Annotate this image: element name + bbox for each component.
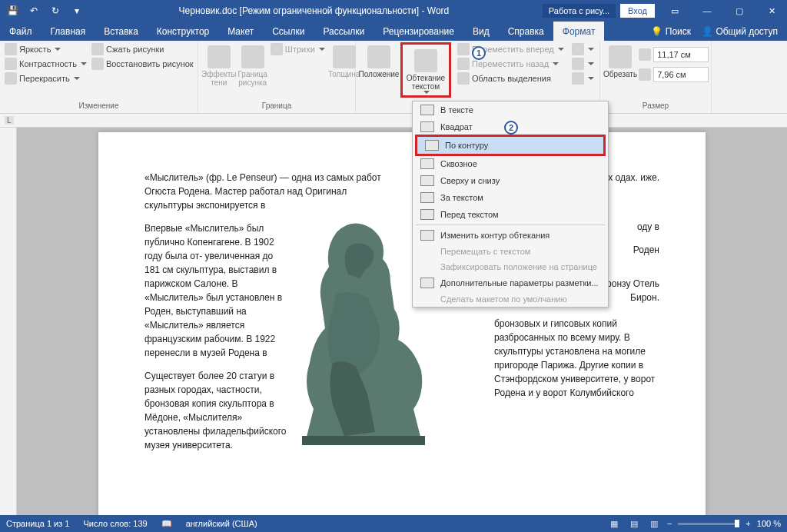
contrast-button[interactable]: Контрастность: [3, 57, 88, 71]
tab-review[interactable]: Рецензирование: [374, 22, 463, 41]
group-border-label: Граница: [201, 101, 352, 111]
quick-access-toolbar: 💾 ↶ ↻ ▾: [0, 2, 85, 19]
spellcheck-icon[interactable]: 📖: [161, 519, 172, 529]
more-options-icon: [420, 278, 434, 288]
tab-format[interactable]: Формат: [553, 22, 605, 41]
tab-insert[interactable]: Вставка: [95, 22, 148, 41]
workspace: «Мыслитель» (фр. Le Penseur) — одна из с…: [0, 128, 787, 515]
page-number[interactable]: Страница 1 из 1: [6, 519, 69, 528]
recolor-button[interactable]: Перекрасить: [3, 71, 88, 85]
wrap-front[interactable]: Перед текстом: [413, 206, 608, 223]
title-right: Работа с рису... Вход ▭ ― ▢ ✕: [543, 0, 787, 22]
tab-file[interactable]: Файл: [0, 22, 42, 41]
compress-pictures-button[interactable]: Сжать рисунки: [90, 42, 195, 56]
wrap-topbottom-icon: [420, 175, 434, 186]
read-mode-icon[interactable]: ▦: [607, 518, 621, 529]
share-label: Общий доступ: [716, 26, 778, 37]
ribbon-options-icon[interactable]: ▭: [659, 0, 690, 22]
reset-icon: [91, 58, 104, 70]
vertical-ruler[interactable]: [0, 128, 17, 515]
maximize-icon[interactable]: ▢: [724, 0, 755, 22]
selection-icon: [457, 72, 470, 85]
tab-view[interactable]: Вид: [463, 22, 499, 41]
fix-position: Зафиксировать положение на странице: [413, 259, 608, 274]
share-button[interactable]: 👤 Общий доступ: [702, 26, 778, 37]
selection-pane-button[interactable]: Область выделения: [456, 71, 566, 85]
language-status[interactable]: английский (США): [186, 519, 257, 528]
document-area[interactable]: «Мыслитель» (фр. Le Penseur) — одна из с…: [17, 128, 787, 515]
position-button[interactable]: Положение: [359, 42, 399, 78]
group-icon: [572, 58, 584, 70]
reset-picture-button[interactable]: Восстановить рисунок: [90, 57, 195, 71]
more-layout-options[interactable]: Дополнительные параметры разметки...: [413, 274, 608, 291]
forward-icon: [457, 43, 470, 55]
group-button[interactable]: [570, 57, 596, 71]
close-icon[interactable]: ✕: [756, 0, 787, 22]
wrap-behind-icon: [420, 192, 434, 203]
window-title: Черновик.doc [Режим ограниченной функцио…: [85, 5, 543, 16]
wrap-text-button[interactable]: Обтекание текстом: [404, 46, 447, 94]
shadow-effects-button[interactable]: Эффекты тени: [201, 42, 236, 87]
height-icon: [639, 48, 651, 61]
send-backward-button[interactable]: Переместить назад: [456, 57, 566, 71]
save-icon[interactable]: 💾: [4, 2, 21, 19]
wrap-tight-icon: [425, 140, 439, 151]
svg-rect-0: [302, 436, 425, 445]
right-text-5[interactable]: бронзовых и гипсовых копий разбросанных …: [494, 317, 659, 400]
zoom-level[interactable]: 100 %: [757, 519, 781, 528]
wrap-tight-highlight: По контуру: [415, 135, 606, 156]
minimize-icon[interactable]: ―: [692, 0, 722, 22]
web-layout-icon[interactable]: ▥: [647, 518, 661, 529]
tab-home[interactable]: Главная: [42, 22, 95, 41]
paragraph-1[interactable]: «Мыслитель» (фр. Le Penseur) — одна из с…: [144, 171, 383, 212]
zoom-out-button[interactable]: −: [667, 519, 672, 528]
ribbon: Яркость Контрастность Перекрасить Сжать …: [0, 41, 787, 114]
picture-border-button[interactable]: Граница рисунка: [237, 42, 267, 87]
print-layout-icon[interactable]: ▤: [627, 518, 641, 529]
width-input[interactable]: 7,96 см: [653, 67, 709, 82]
height-input[interactable]: 11,17 см: [653, 47, 709, 62]
width-icon: [639, 68, 651, 81]
qat-dropdown-icon[interactable]: ▾: [68, 2, 85, 19]
move-with-text: Перемещать с текстом: [413, 244, 608, 259]
wrap-inline-icon: [420, 105, 434, 115]
wrap-inline[interactable]: В тексте: [413, 101, 608, 118]
backward-icon: [457, 58, 470, 70]
wrap-through-icon: [420, 158, 434, 169]
wrap-text-icon: [414, 49, 437, 72]
tab-references[interactable]: Ссылки: [263, 22, 314, 41]
group-size-label: Размер: [603, 101, 708, 111]
wrap-behind[interactable]: За текстом: [413, 189, 608, 206]
dashes-button[interactable]: Штрихи: [269, 42, 327, 56]
callout-badge-2: 2: [504, 121, 518, 135]
crop-button[interactable]: Обрезать: [603, 42, 637, 78]
word-count[interactable]: Число слов: 139: [83, 519, 147, 528]
tab-mailings[interactable]: Рассылки: [314, 22, 374, 41]
edit-wrap-points[interactable]: Изменить контур обтекания: [413, 227, 608, 244]
brightness-button[interactable]: Яркость: [3, 42, 88, 56]
login-button[interactable]: Вход: [620, 4, 655, 18]
tab-design[interactable]: Конструктор: [148, 22, 218, 41]
undo-icon[interactable]: ↶: [25, 2, 42, 19]
rotate-button[interactable]: [570, 71, 596, 85]
zoom-slider[interactable]: [678, 523, 739, 525]
horizontal-ruler[interactable]: L: [0, 114, 787, 128]
status-bar: Страница 1 из 1 Число слов: 139 📖 англий…: [0, 515, 787, 532]
picture-tools-tab[interactable]: Работа с рису...: [543, 4, 616, 18]
tab-layout[interactable]: Макет: [218, 22, 263, 41]
redo-icon[interactable]: ↻: [47, 2, 64, 19]
search-button[interactable]: 💡 Поиск: [651, 26, 691, 37]
wrap-through[interactable]: Сквозное: [413, 155, 608, 172]
wrap-tight[interactable]: По контуру: [417, 137, 603, 154]
contrast-icon: [5, 58, 17, 70]
edit-points-icon: [420, 230, 434, 241]
position-icon: [367, 45, 390, 68]
dashes-icon: [271, 43, 283, 55]
group-adjust-label: Изменение: [3, 101, 194, 111]
wrap-topbottom[interactable]: Сверху и снизу: [413, 172, 608, 189]
search-label: Поиск: [666, 26, 691, 37]
align-button[interactable]: [570, 42, 596, 56]
zoom-in-button[interactable]: +: [745, 519, 750, 528]
ribbon-tabs: Файл Главная Вставка Конструктор Макет С…: [0, 22, 787, 41]
tab-help[interactable]: Справка: [499, 22, 553, 41]
